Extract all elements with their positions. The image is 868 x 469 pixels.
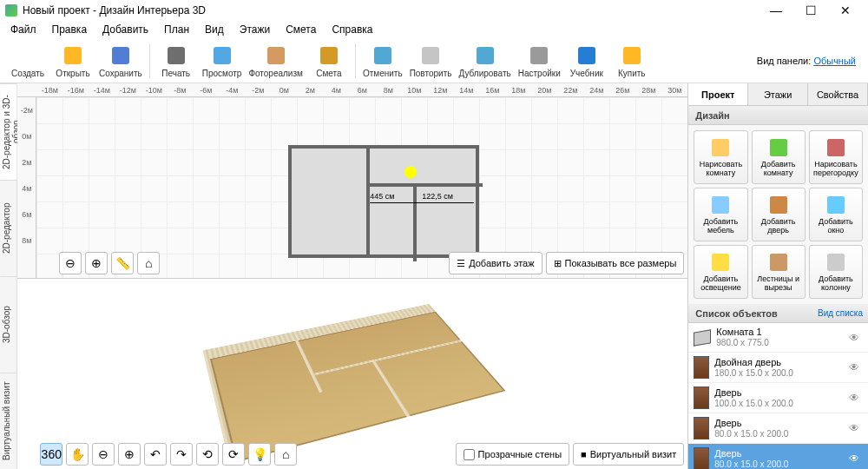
maximize-button[interactable]: ☐ <box>793 0 828 21</box>
svg-rect-8 <box>422 47 439 64</box>
visibility-icon[interactable]: 👁 <box>849 392 863 404</box>
zoom-in-button[interactable]: ⊕ <box>118 443 141 466</box>
door-icon <box>694 386 709 409</box>
preview-button[interactable]: Просмотр <box>199 42 246 80</box>
object-item[interactable]: Двойная дверь180.0 x 15.0 x 200.0👁 <box>688 353 868 383</box>
close-button[interactable]: ✕ <box>828 0 863 21</box>
object-list: Комната 1980.0 x 775.0👁Двойная дверь180.… <box>688 323 868 469</box>
menu-План[interactable]: План <box>157 22 196 37</box>
photoreal-button[interactable]: Фотореализм <box>245 42 306 80</box>
window-title: Новый проект - Дизайн Интерьера 3D <box>23 4 759 17</box>
canvas-2d[interactable]: 445 см 122,5 см ⊖ ⊕ 📏 ⌂ ☰ Добавить этаж … <box>36 97 687 278</box>
tool-button[interactable]: Добавить колонну <box>809 245 863 299</box>
menu-Вид[interactable]: Вид <box>198 22 231 37</box>
svg-rect-21 <box>827 254 845 271</box>
view-2d[interactable]: -2м0м2м4м6м8м 445 см 122,5 см ⊖ ⊕ 📏 ⌂ ☰ … <box>17 97 687 278</box>
virtual-visit-button[interactable]: ■ Виртуальный визит <box>573 443 684 466</box>
svg-rect-11 <box>578 47 595 64</box>
svg-rect-6 <box>320 47 338 64</box>
svg-rect-5 <box>267 47 285 64</box>
ruler-horizontal: -18м-16м-14м-12м-10м-8м-6м-4м-2м0м2м4м6м… <box>17 83 687 97</box>
redo-button[interactable]: Повторить <box>406 42 456 80</box>
tilt-up-button[interactable]: ⟲ <box>196 443 219 466</box>
tool-button[interactable]: Добавить мебель <box>694 188 747 241</box>
visibility-icon[interactable]: 👁 <box>849 452 863 465</box>
dimension-label: 445 см <box>370 192 394 201</box>
zoom-out-button[interactable]: ⊖ <box>92 443 115 466</box>
panel-tab[interactable]: Свойства <box>808 83 868 105</box>
side-tab[interactable]: 2D-редактор <box>0 180 16 276</box>
toolbar-3d: 360 ✋ ⊖ ⊕ ↶ ↷ ⟲ ⟳ 💡 ⌂ Прозрачные стены ■… <box>40 443 684 466</box>
zoom-in-button[interactable]: ⊕ <box>85 252 108 274</box>
svg-rect-10 <box>530 47 548 64</box>
tool-button[interactable]: Лестницы и вырезы <box>752 245 806 299</box>
door-icon <box>694 417 709 439</box>
pan-button[interactable]: ✋ <box>66 443 89 466</box>
menu-Добавить[interactable]: Добавить <box>95 22 155 37</box>
visibility-icon[interactable]: 👁 <box>849 361 863 373</box>
save-button[interactable]: Сохранить <box>95 42 146 80</box>
side-tabs: 2D-редактор и 3D-обзор2D-редактор3D-обзо… <box>0 83 17 469</box>
room-icon <box>694 329 711 347</box>
ruler-button[interactable]: 📏 <box>111 252 134 274</box>
menu-Файл[interactable]: Файл <box>3 22 43 37</box>
door-icon <box>694 447 709 469</box>
view360-button[interactable]: 360 <box>40 443 62 466</box>
view-list-link[interactable]: Вид списка <box>818 308 863 318</box>
tool-button[interactable]: Добавить дверь <box>752 188 806 241</box>
open-button[interactable]: Открыть <box>50 42 95 80</box>
tool-button[interactable]: Добавить окно <box>809 188 863 241</box>
svg-rect-4 <box>214 47 231 64</box>
panel-tab[interactable]: Проект <box>688 83 748 105</box>
light-button[interactable]: 💡 <box>248 443 271 466</box>
app-logo-icon <box>5 4 17 17</box>
transparent-walls-checkbox[interactable]: Прозрачные стены <box>456 443 569 466</box>
add-floor-button[interactable]: ☰ Добавить этаж <box>449 252 542 274</box>
rotate-left-button[interactable]: ↶ <box>144 443 167 466</box>
svg-rect-17 <box>770 196 787 214</box>
tool-button[interactable]: Добавить освещение <box>694 245 747 299</box>
home-button[interactable]: ⌂ <box>137 252 160 274</box>
buy-button[interactable]: Купить <box>609 42 654 80</box>
side-tab[interactable]: 3D-обзор <box>0 276 16 373</box>
svg-rect-16 <box>712 196 729 214</box>
tool-button[interactable]: Добавить комнату <box>752 130 806 184</box>
show-dims-button[interactable]: ⊞ Показывать все размеры <box>546 252 685 274</box>
panel-mode: Вид панели: Обычный <box>757 56 863 66</box>
svg-rect-15 <box>827 139 845 156</box>
new-button[interactable]: Создать <box>5 42 50 80</box>
undo-button[interactable]: Отменить <box>359 42 406 80</box>
home-button[interactable]: ⌂ <box>274 443 297 466</box>
menu-Правка[interactable]: Правка <box>45 22 95 37</box>
svg-rect-13 <box>712 139 729 156</box>
rotate-right-button[interactable]: ↷ <box>170 443 193 466</box>
menu-Справка[interactable]: Справка <box>325 22 379 37</box>
object-item[interactable]: Дверь80.0 x 15.0 x 200.0👁 <box>688 413 868 444</box>
duplicate-button[interactable]: Дублировать <box>455 42 514 80</box>
settings-button[interactable]: Настройки <box>515 42 564 80</box>
floorplan[interactable]: 445 см 122,5 см <box>288 145 479 258</box>
side-tab[interactable]: 2D-редактор и 3D-обзор <box>0 83 16 180</box>
estimate-button[interactable]: Смета <box>306 42 352 80</box>
print-button[interactable]: Печать <box>154 42 199 80</box>
object-item[interactable]: Комната 1980.0 x 775.0👁 <box>688 323 868 353</box>
side-tab[interactable]: Виртуальный визит <box>0 373 16 469</box>
minimize-button[interactable]: — <box>759 0 793 21</box>
panel-tab[interactable]: Этажи <box>748 83 808 105</box>
menu-Этажи[interactable]: Этажи <box>233 22 277 37</box>
visibility-icon[interactable]: 👁 <box>849 332 863 344</box>
right-panel: ПроектЭтажиСвойства Дизайн Нарисовать ко… <box>687 83 868 469</box>
visibility-icon[interactable]: 👁 <box>849 422 863 434</box>
tool-button[interactable]: Нарисовать перегородку <box>809 130 863 184</box>
tool-button[interactable]: Нарисовать комнату <box>694 130 747 184</box>
object-item[interactable]: Дверь80.0 x 15.0 x 200.0👁 <box>688 444 868 469</box>
marker-icon[interactable] <box>404 166 417 178</box>
svg-rect-0 <box>19 47 36 64</box>
menu-Смета[interactable]: Смета <box>279 22 323 37</box>
tutorial-button[interactable]: Учебник <box>564 42 609 80</box>
zoom-out-button[interactable]: ⊖ <box>59 252 82 274</box>
tilt-down-button[interactable]: ⟳ <box>222 443 245 466</box>
panel-mode-link[interactable]: Обычный <box>813 56 856 66</box>
view-3d[interactable]: 360 ✋ ⊖ ⊕ ↶ ↷ ⟲ ⟳ 💡 ⌂ Прозрачные стены ■… <box>17 278 687 469</box>
object-item[interactable]: Дверь100.0 x 15.0 x 200.0👁 <box>688 383 868 413</box>
